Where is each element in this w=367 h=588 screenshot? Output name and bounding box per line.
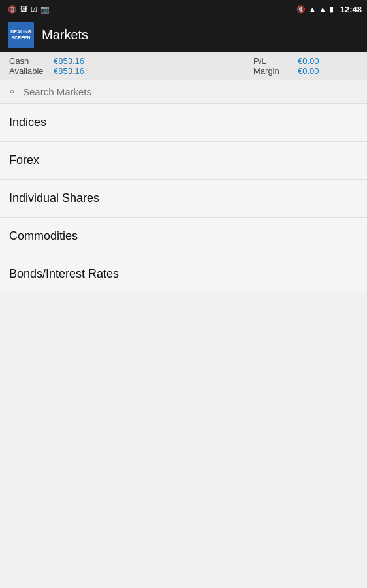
market-list: Indices Forex Individual Shares Commodit… xyxy=(0,104,367,293)
check-icon: ☑ xyxy=(31,5,37,14)
battery-icon: ▮ xyxy=(330,5,334,14)
market-item-label: Bonds/Interest Rates xyxy=(9,267,119,281)
cash-row: Cash €853.16 xyxy=(9,56,94,66)
signal-icon: ▲ xyxy=(309,5,316,13)
pl-group: P/L €0.00 Margin €0.00 xyxy=(253,56,358,76)
market-item-label: Indices xyxy=(9,116,46,129)
market-item-bonds[interactable]: Bonds/Interest Rates xyxy=(0,255,367,293)
pl-label: P/L xyxy=(253,56,293,66)
camera-icon: 📷 xyxy=(40,5,50,14)
margin-label: Margin xyxy=(253,66,293,76)
market-item-label: Commodities xyxy=(9,229,78,243)
app-title: Markets xyxy=(42,27,88,42)
status-bar-right-icons: 🔇 ▲ ▲ ▮ xyxy=(296,5,334,14)
info-bar: Cash €853.16 Available €853.16 P/L €0.00… xyxy=(0,52,367,80)
available-value: €853.16 xyxy=(54,66,84,76)
image-icon: 🖼 xyxy=(20,5,27,13)
app-bar: DEALING SCREEN Markets xyxy=(0,18,367,52)
margin-row: Margin €0.00 xyxy=(253,66,358,76)
pl-row: P/L €0.00 xyxy=(253,56,358,66)
available-row: Available €853.16 xyxy=(9,66,94,76)
app-logo-line1: DEALING xyxy=(10,29,31,35)
pl-value: €0.00 xyxy=(298,56,319,66)
search-bar: ⚬ xyxy=(0,80,367,104)
cash-label: Cash xyxy=(9,56,48,66)
available-label: Available xyxy=(9,66,48,76)
notification-icon: 📵 xyxy=(8,5,17,14)
status-bar-left: 📵 🖼 ☑ 📷 xyxy=(5,5,293,14)
cash-value: €853.16 xyxy=(54,56,84,66)
search-icon: ⚬ xyxy=(8,86,16,98)
market-item-commodities[interactable]: Commodities xyxy=(0,218,367,255)
app-logo: DEALING SCREEN xyxy=(8,22,34,48)
status-bar: 📵 🖼 ☑ 📷 🔇 ▲ ▲ ▮ 12:48 xyxy=(0,0,367,18)
market-item-label: Forex xyxy=(9,154,39,167)
market-item-individual-shares[interactable]: Individual Shares xyxy=(0,180,367,218)
status-time: 12:48 xyxy=(340,5,362,14)
app-logo-line2: SCREEN xyxy=(11,35,30,41)
search-input[interactable] xyxy=(23,86,359,97)
market-item-indices[interactable]: Indices xyxy=(0,104,367,142)
market-item-forex[interactable]: Forex xyxy=(0,142,367,180)
mute-icon: 🔇 xyxy=(296,5,306,14)
cash-group: Cash €853.16 Available €853.16 xyxy=(9,56,94,76)
margin-value: €0.00 xyxy=(298,66,319,76)
wifi-icon: ▲ xyxy=(319,5,327,13)
market-item-label: Individual Shares xyxy=(9,191,99,205)
